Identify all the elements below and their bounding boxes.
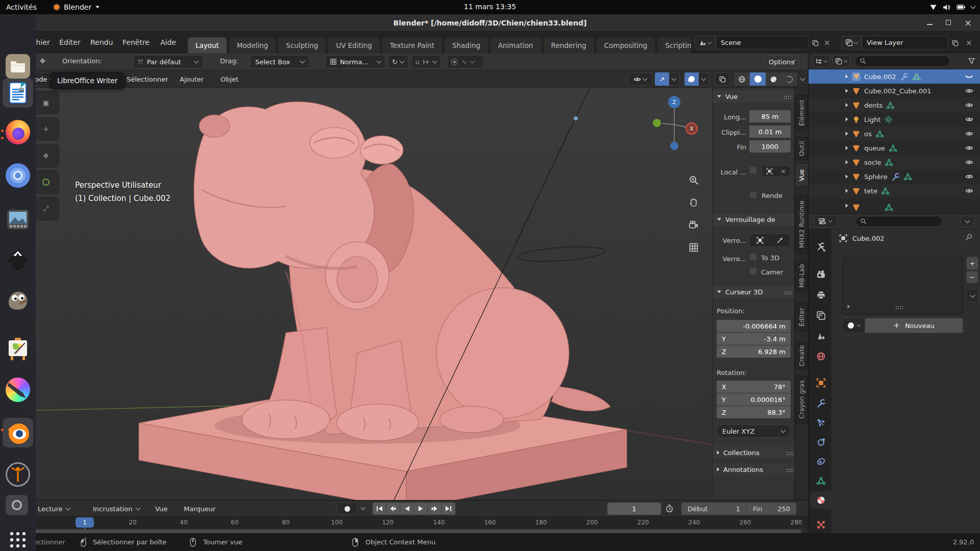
euler-dropdown[interactable]: Euler XYZ	[717, 424, 791, 438]
close-button[interactable]: ×	[964, 18, 972, 28]
properties-editor-dropdown[interactable]	[814, 215, 837, 228]
screen-recorder-icon[interactable]	[6, 495, 30, 519]
add-slot-button[interactable]: +	[966, 257, 978, 270]
rotation-snap-dropdown[interactable]: ↻	[388, 55, 408, 68]
orientation-dropdown[interactable]: ⤱ Par défaut	[133, 55, 203, 68]
marker-menu[interactable]: Marqueur	[178, 500, 222, 517]
drag-dropdown[interactable]: Select Box	[250, 55, 309, 68]
tool-rotate-button[interactable]	[33, 170, 59, 194]
workspace-tab-layout[interactable]: Layout	[188, 37, 227, 53]
view-menu[interactable]: Vue	[149, 500, 174, 517]
tab-mhx2-runtime[interactable]: MHX2 Runtime	[795, 195, 808, 254]
tab-texture[interactable]	[811, 516, 831, 533]
current-frame-field[interactable]: 1	[607, 503, 661, 515]
prev-keyframe-button[interactable]	[386, 503, 400, 515]
timeline-scrollbar[interactable]	[33, 530, 801, 533]
tab-create[interactable]: Create	[795, 342, 808, 369]
eyedropper-icon[interactable]	[776, 237, 783, 244]
material-slot-list[interactable]	[842, 257, 963, 315]
drawing-icon[interactable]	[6, 337, 30, 361]
clip-end-field[interactable]: 1000	[749, 140, 791, 153]
hide-icon[interactable]	[965, 158, 973, 166]
cursor-rx-field[interactable]: X78°	[717, 381, 791, 393]
scene-unlink-icon[interactable]: ×	[824, 38, 830, 47]
jump-to-end-button[interactable]	[442, 503, 455, 515]
keying-dropdown[interactable]	[361, 505, 366, 510]
libreoffice-writer-icon[interactable]	[6, 81, 30, 105]
tab-world[interactable]	[811, 347, 831, 365]
gimp-icon[interactable]	[6, 288, 30, 312]
hide-icon[interactable]	[965, 172, 973, 181]
overlays-toggle-group[interactable]	[684, 72, 709, 86]
lock-panel-header[interactable]: Verrouillage de	[713, 213, 795, 226]
view-layer-field[interactable]: View Layer	[862, 36, 948, 49]
playback-menu[interactable]: Lecture	[32, 500, 76, 517]
overlays-dropdown[interactable]	[699, 72, 709, 86]
tab-scene[interactable]	[811, 327, 831, 344]
show-gizmo-toggle[interactable]: ↗	[655, 72, 669, 86]
collections-panel-header[interactable]: Collections	[713, 446, 795, 459]
navigation-gizmo[interactable]: Z X	[646, 92, 702, 153]
clip-start-field[interactable]: 0.01 m	[749, 126, 791, 138]
hide-icon[interactable]	[965, 101, 973, 109]
tab-output[interactable]	[811, 286, 831, 304]
workspace-tab-animation[interactable]: Animation	[491, 37, 541, 53]
cursor-ry-field[interactable]: Y0.000016°	[717, 393, 791, 406]
annotations-panel-header[interactable]: Annotations	[713, 463, 795, 475]
cursor-rz-field[interactable]: Z88.3°	[717, 406, 791, 418]
files-icon[interactable]	[6, 54, 30, 79]
options-dropdown[interactable]: Options	[764, 55, 799, 68]
tab-render[interactable]	[811, 266, 831, 283]
outliner-search-input[interactable]	[855, 56, 950, 67]
snap-toggle-group[interactable]: ∪ ⊦⊦	[411, 55, 441, 68]
outliner-row-os[interactable]: os	[808, 127, 980, 141]
scene-copy-icon[interactable]	[812, 39, 819, 47]
use-preview-range-icon[interactable]	[665, 504, 674, 513]
render-region-checkbox[interactable]	[749, 191, 757, 199]
firefox-icon[interactable]	[6, 120, 30, 144]
properties-search-input[interactable]	[855, 216, 942, 227]
show-applications-icon[interactable]	[6, 528, 30, 551]
view-panel-header[interactable]: Vue	[713, 90, 794, 103]
tool-scale-button[interactable]: ⤢	[33, 197, 59, 220]
play-reverse-button[interactable]	[400, 503, 414, 515]
expand-icon[interactable]	[848, 305, 850, 309]
hide-icon[interactable]	[965, 187, 973, 195]
lock-to-3d-checkbox[interactable]	[749, 253, 757, 261]
visibility-dropdown[interactable]	[628, 72, 652, 86]
chromium-icon[interactable]	[6, 163, 30, 188]
outliner-editor-dropdown[interactable]	[813, 55, 830, 67]
cursor-y-field[interactable]: Y-3.4 m	[717, 333, 791, 345]
tool-select-box-button[interactable]: ▣	[33, 91, 59, 114]
makehuman-icon[interactable]	[6, 462, 30, 487]
lock-object-field[interactable]	[749, 234, 791, 247]
gizmo-dropdown[interactable]	[669, 72, 679, 86]
view-layer-icon[interactable]	[841, 36, 862, 49]
camera-view-icon[interactable]	[686, 217, 701, 233]
workspace-tab-texture-paint[interactable]: Texture Paint	[382, 37, 442, 53]
local-camera-checkbox[interactable]	[749, 166, 757, 174]
menu-edit[interactable]: Éditer	[53, 32, 86, 53]
gizmo-toggle-group[interactable]: ↗	[655, 72, 679, 86]
tool-move-button[interactable]: ✥	[33, 144, 59, 167]
videos-icon[interactable]	[6, 207, 30, 232]
tab-object-data[interactable]	[811, 472, 831, 489]
focal-length-field[interactable]: 85 m	[749, 110, 791, 122]
outliner-row-cube002-cube001[interactable]: Cube.002_Cube.001	[808, 84, 980, 98]
tab-view-layer[interactable]	[811, 307, 831, 324]
slot-specials-dropdown[interactable]	[966, 289, 978, 303]
play-button[interactable]	[414, 503, 428, 515]
view-layer-remove-icon[interactable]: ×	[966, 38, 972, 47]
tab-physics[interactable]	[811, 433, 831, 450]
cursor-x-field[interactable]: -0.006664 m	[717, 320, 791, 332]
browse-material-dropdown[interactable]	[842, 318, 865, 333]
timeline-ruler[interactable]: 0 20 40 60 80 100 120 140 160 180 200 22…	[0, 517, 808, 528]
new-material-button[interactable]: + Nouveau	[865, 318, 963, 333]
blender-icon[interactable]	[6, 420, 30, 445]
outliner-row-queue[interactable]: queue	[808, 141, 980, 155]
tab-modifiers[interactable]	[811, 394, 831, 412]
hide-icon[interactable]	[965, 144, 973, 152]
krita-icon[interactable]	[6, 378, 30, 402]
ortho-grid-icon[interactable]	[686, 240, 701, 255]
title-bar[interactable]: Blender* [/home/didoff/3D/Chien/chien33.…	[0, 14, 980, 32]
